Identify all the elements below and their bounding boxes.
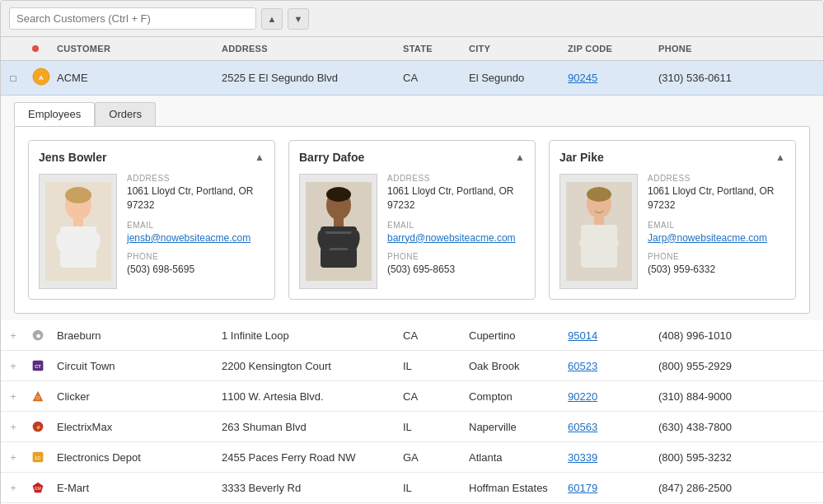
acme-address: 2525 E El Segundo Blvd	[215, 70, 396, 86]
search-next-button[interactable]: ▼	[288, 8, 309, 30]
company-zip-5[interactable]: 60179	[561, 480, 652, 496]
employee-name-1: Barry Dafoe	[299, 151, 364, 164]
employee-photo-0	[39, 174, 117, 289]
plus-icon-0[interactable]: +	[10, 329, 16, 342]
employee-address-1: 1061 Lloyd Ctr, Portland, OR 97232	[387, 184, 525, 212]
acme-logo-cell: A	[26, 66, 50, 90]
companies-list: + ⬟ Braeburn 1 Infinite Loop CA Cupertin…	[1, 320, 823, 504]
plus-icon-3[interactable]: +	[10, 421, 16, 433]
svg-point-4	[65, 187, 91, 203]
tabs: Employees Orders	[14, 102, 810, 126]
employee-email-1[interactable]: barryd@nowebsiteacme.com	[387, 232, 516, 244]
plus-icon-5[interactable]: +	[10, 482, 16, 494]
employee-email-2[interactable]: Jarp@nowebsiteacme.com	[648, 232, 767, 244]
acme-phone: (310) 536-0611	[652, 70, 823, 86]
acme-name: ACME	[50, 70, 215, 86]
employee-card-body-1: ADDRESS 1061 Lloyd Ctr, Portland, OR 972…	[299, 174, 525, 289]
company-zip-1[interactable]: 60523	[561, 358, 652, 374]
chevron-up-icon-1[interactable]: ▲	[515, 152, 525, 163]
company-row-5[interactable]: + EM E-Mart 3333 Beverly Rd IL Hoffman E…	[1, 473, 823, 503]
svg-text:A: A	[39, 74, 44, 82]
address-label-0: ADDRESS	[127, 174, 265, 183]
company-expand-2[interactable]: +	[1, 389, 26, 404]
company-state-3: IL	[396, 419, 462, 435]
svg-text:Cl: Cl	[36, 395, 40, 400]
employees-grid: Jens Bowler ▲	[28, 140, 796, 300]
chevron-up-icon-2[interactable]: ▲	[775, 152, 785, 163]
employee-details-1: ADDRESS 1061 Lloyd Ctr, Portland, OR 972…	[387, 174, 525, 289]
employee-card-header-0: Jens Bowler ▲	[39, 151, 265, 164]
svg-rect-5	[73, 218, 83, 226]
company-expand-5[interactable]: +	[1, 480, 26, 496]
employee-photo-2	[559, 174, 638, 289]
employee-card-0: Jens Bowler ▲	[28, 140, 275, 300]
search-input[interactable]	[9, 7, 256, 30]
employees-panel: Jens Bowler ▲	[14, 126, 810, 314]
company-row-3[interactable]: + ⚡ ElectrixMax 263 Shuman Blvd IL Naper…	[1, 412, 823, 442]
company-row-1[interactable]: + CT Circuit Town 2200 Kensington Court …	[1, 351, 823, 381]
col-zip: ZIP CODE	[561, 42, 652, 55]
company-expand-1[interactable]: +	[1, 358, 26, 374]
company-icon-0: ⬟	[26, 324, 50, 346]
plus-icon-4[interactable]: +	[10, 451, 16, 464]
employee-card-body-2: ADDRESS 1061 Lloyd Ctr, Portland, OR 972…	[559, 174, 785, 289]
employee-details-2: ADDRESS 1061 Lloyd Ctr, Portland, OR 972…	[648, 174, 785, 289]
tab-employees[interactable]: Employees	[14, 102, 95, 126]
plus-icon-1[interactable]: +	[10, 360, 16, 372]
employee-card-body-0: ADDRESS 1061 Lloyd Ctr, Portland, OR 972…	[39, 174, 265, 289]
company-phone-1: (800) 955-2929	[652, 358, 823, 374]
company-name-4: Electronics Depot	[50, 450, 215, 465]
chevron-up-icon-0[interactable]: ▲	[255, 152, 265, 163]
table-header: CUSTOMER ADDRESS STATE CITY ZIP CODE PHO…	[1, 37, 823, 61]
phone-label-2: PHONE	[648, 252, 785, 261]
company-phone-0: (408) 996-1010	[652, 328, 823, 343]
svg-point-23	[587, 187, 611, 202]
company-phone-2: (310) 884-9000	[652, 389, 823, 404]
company-row-0[interactable]: + ⬟ Braeburn 1 Infinite Loop CA Cupertin…	[1, 320, 823, 351]
company-expand-4[interactable]: +	[1, 450, 26, 465]
company-zip-4[interactable]: 30339	[561, 450, 652, 465]
company-expand-0[interactable]: +	[1, 328, 26, 343]
svg-rect-13	[334, 218, 344, 226]
company-city-2: Compton	[462, 389, 561, 404]
employee-email-0[interactable]: jensb@nowebsiteacme.com	[127, 232, 250, 244]
search-prev-button[interactable]: ▲	[261, 8, 283, 30]
col-customer: CUSTOMER	[50, 42, 215, 55]
plus-icon-2[interactable]: +	[10, 390, 16, 403]
svg-rect-26	[579, 238, 619, 248]
company-address-0: 1 Infinite Loop	[215, 328, 396, 343]
company-city-4: Atlanta	[462, 450, 561, 465]
company-zip-3[interactable]: 60563	[561, 419, 652, 435]
employee-card-header-2: Jar Pike ▲	[559, 151, 785, 164]
company-name-1: Circuit Town	[50, 358, 215, 374]
company-icon-5: EM	[26, 477, 50, 498]
company-zip-0[interactable]: 95014	[561, 328, 652, 343]
company-row-4[interactable]: + ED Electronics Depot 2455 Paces Ferry …	[1, 442, 823, 473]
company-city-1: Oak Brook	[462, 358, 561, 374]
col-phone: PHONE	[652, 42, 823, 55]
col-address: ADDRESS	[215, 42, 396, 55]
company-name-3: ElectrixMax	[50, 419, 215, 435]
company-icon-4: ED	[26, 446, 50, 468]
company-name-0: Braeburn	[50, 328, 215, 343]
company-icon-2: Cl	[26, 385, 50, 407]
company-zip-2[interactable]: 90220	[561, 389, 652, 404]
company-expand-3[interactable]: +	[1, 419, 26, 435]
company-row-2[interactable]: + Cl Clicker 1100 W. Artesia Blvd. CA Co…	[1, 381, 823, 412]
acme-expand-icon[interactable]: □	[1, 71, 26, 86]
col-state: STATE	[396, 42, 462, 55]
company-state-2: CA	[396, 389, 462, 404]
company-state-5: IL	[396, 480, 462, 496]
phone-label-0: PHONE	[127, 252, 265, 261]
company-address-4: 2455 Paces Ferry Road NW	[215, 450, 396, 465]
svg-rect-24	[594, 217, 604, 225]
acme-zip[interactable]: 90245	[561, 70, 652, 86]
company-name-2: Clicker	[50, 389, 215, 404]
svg-text:EM: EM	[35, 486, 41, 491]
employee-name-2: Jar Pike	[559, 151, 604, 164]
employee-phone-1: (503) 695-8653	[387, 263, 525, 277]
acme-row[interactable]: □ A ACME 2525 E El Segundo Blvd CA El Se…	[1, 61, 823, 96]
svg-rect-20	[322, 238, 355, 248]
tab-orders[interactable]: Orders	[95, 102, 156, 126]
employee-details-0: ADDRESS 1061 Lloyd Ctr, Portland, OR 972…	[127, 174, 265, 289]
